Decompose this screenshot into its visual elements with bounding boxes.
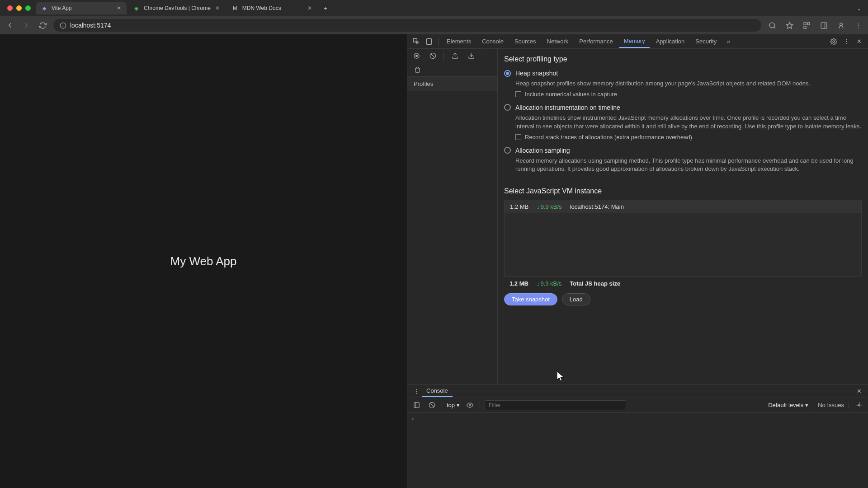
device-toggle-icon[interactable] <box>424 36 434 47</box>
tab-title: Vite App <box>52 5 112 11</box>
record-icon[interactable] <box>411 51 422 61</box>
settings-icon[interactable] <box>828 36 839 47</box>
console-settings-icon[interactable] <box>854 400 864 411</box>
inspect-icon[interactable] <box>411 36 422 47</box>
svg-point-24 <box>469 404 471 406</box>
more-tabs-icon[interactable]: » <box>723 36 734 47</box>
option-allocation-timeline: Allocation instrumentation on timeline A… <box>498 102 868 145</box>
close-drawer-icon[interactable]: ✕ <box>854 386 864 397</box>
radio-allocation-timeline[interactable] <box>504 104 511 111</box>
browser-tab-vite[interactable]: ◆ Vite App ✕ <box>36 2 127 14</box>
context-selector[interactable]: top ▾ <box>447 402 460 408</box>
load-button[interactable]: Load <box>562 293 590 305</box>
forward-button[interactable] <box>21 20 32 31</box>
close-tab-icon[interactable]: ✕ <box>307 5 313 11</box>
sidepanel-icon[interactable] <box>818 20 829 31</box>
vite-favicon-icon: ◆ <box>41 5 48 12</box>
svg-point-15 <box>833 41 835 42</box>
radio-allocation-sampling[interactable] <box>504 147 511 154</box>
checkbox-stack-traces[interactable] <box>515 134 521 140</box>
reload-button[interactable] <box>37 20 48 31</box>
browser-toolbar: localhost:5174 ⋮ <box>0 16 868 34</box>
memory-main: Select profiling type Heap snapshot Heap… <box>498 49 868 384</box>
drawer-tab-console[interactable]: Console <box>422 385 453 397</box>
tab-elements[interactable]: Elements <box>442 35 476 47</box>
browser-tab-mdn[interactable]: M MDN Web Docs ✕ <box>227 2 317 14</box>
tab-title: MDN Web Docs <box>242 5 303 11</box>
chevron-down-icon[interactable]: ⌄ <box>854 3 864 14</box>
minimize-window-button[interactable] <box>16 5 22 11</box>
search-icon[interactable] <box>767 20 778 31</box>
chevron-down-icon: ▾ <box>457 402 460 408</box>
vm-name: localhost:5174: Main <box>570 203 624 210</box>
svg-rect-6 <box>804 23 806 25</box>
live-expression-icon[interactable] <box>464 400 475 411</box>
context-label: top <box>447 402 455 408</box>
page-heading: My Web App <box>170 254 237 268</box>
address-bar[interactable]: localhost:5174 <box>53 19 761 32</box>
log-levels-selector[interactable]: Default levels ▾ <box>768 402 808 408</box>
profile-icon[interactable] <box>835 20 846 31</box>
url-text: localhost:5174 <box>70 22 111 29</box>
maximize-window-button[interactable] <box>25 5 31 11</box>
profiles-heading: Profiles <box>407 77 497 91</box>
tab-network[interactable]: Network <box>542 35 573 47</box>
drawer-menu-icon[interactable]: ⋮ <box>411 386 422 397</box>
new-tab-button[interactable]: + <box>319 2 332 14</box>
option-label[interactable]: Allocation sampling <box>515 147 570 154</box>
radio-heap-snapshot[interactable] <box>504 70 511 77</box>
console-filter-input[interactable] <box>485 400 626 410</box>
option-label[interactable]: Heap snapshot <box>515 70 558 77</box>
vm-rate: 9.9 kB/s <box>537 203 561 210</box>
svg-rect-9 <box>821 23 827 28</box>
vm-total-row: 1.2 MB 9.9 kB/s Total JS heap size <box>498 277 868 291</box>
console-prompt-icon: › <box>412 415 414 422</box>
clear-icon[interactable] <box>427 51 438 61</box>
vm-instance-title: Select JavaScript VM instance <box>498 181 868 200</box>
tab-sources[interactable]: Sources <box>510 35 541 47</box>
tab-application[interactable]: Application <box>651 35 689 47</box>
chrome-favicon-icon: ◉ <box>133 5 140 12</box>
toggle-sidebar-icon[interactable] <box>411 400 422 411</box>
checkbox-label[interactable]: Record stack traces of allocations (extr… <box>525 134 692 141</box>
svg-rect-12 <box>413 38 417 42</box>
site-info-icon[interactable] <box>60 22 66 29</box>
svg-line-4 <box>774 27 775 28</box>
close-devtools-icon[interactable]: ✕ <box>854 36 864 47</box>
option-label[interactable]: Allocation instrumentation on timeline <box>515 104 620 111</box>
gc-icon[interactable] <box>412 65 423 75</box>
page-viewport: My Web App <box>0 34 407 488</box>
tab-security[interactable]: Security <box>691 35 721 47</box>
menu-icon[interactable]: ⋮ <box>853 20 863 31</box>
svg-marker-5 <box>786 22 793 28</box>
window-controls <box>4 5 34 11</box>
vm-instance-list: 1.2 MB 9.9 kB/s localhost:5174: Main <box>504 200 862 277</box>
tab-performance[interactable]: Performance <box>575 35 617 47</box>
tab-bar: ◆ Vite App ✕ ◉ Chrome DevTools | Chrome … <box>0 0 868 16</box>
checkbox-label[interactable]: Include numerical values in capture <box>525 91 617 98</box>
levels-label: Default levels <box>768 402 803 408</box>
download-icon[interactable] <box>466 51 476 61</box>
vm-size: 1.2 MB <box>510 203 528 210</box>
extensions-icon[interactable] <box>801 20 812 31</box>
close-window-button[interactable] <box>7 5 13 11</box>
tab-console[interactable]: Console <box>477 35 508 47</box>
issues-count[interactable]: No Issues <box>818 402 844 408</box>
console-drawer: ⋮ Console ✕ top ▾ Default levels <box>407 384 868 488</box>
svg-rect-20 <box>414 403 419 408</box>
checkbox-include-numerical[interactable] <box>515 91 521 97</box>
devtools-panel: Elements Console Sources Network Perform… <box>407 34 868 488</box>
take-snapshot-button[interactable]: Take snapshot <box>504 293 557 305</box>
browser-tab-devtools[interactable]: ◉ Chrome DevTools | Chrome ✕ <box>128 2 225 14</box>
close-tab-icon[interactable]: ✕ <box>214 5 221 11</box>
back-button[interactable] <box>5 20 15 31</box>
kebab-menu-icon[interactable]: ⋮ <box>841 36 852 47</box>
close-tab-icon[interactable]: ✕ <box>116 5 122 11</box>
console-output[interactable]: › <box>407 413 868 488</box>
bookmark-icon[interactable] <box>784 20 795 31</box>
upload-icon[interactable] <box>449 51 460 61</box>
tab-memory[interactable]: Memory <box>619 35 650 48</box>
svg-line-23 <box>430 403 434 407</box>
vm-instance-row[interactable]: 1.2 MB 9.9 kB/s localhost:5174: Main <box>505 200 861 213</box>
clear-console-icon[interactable] <box>426 400 437 411</box>
